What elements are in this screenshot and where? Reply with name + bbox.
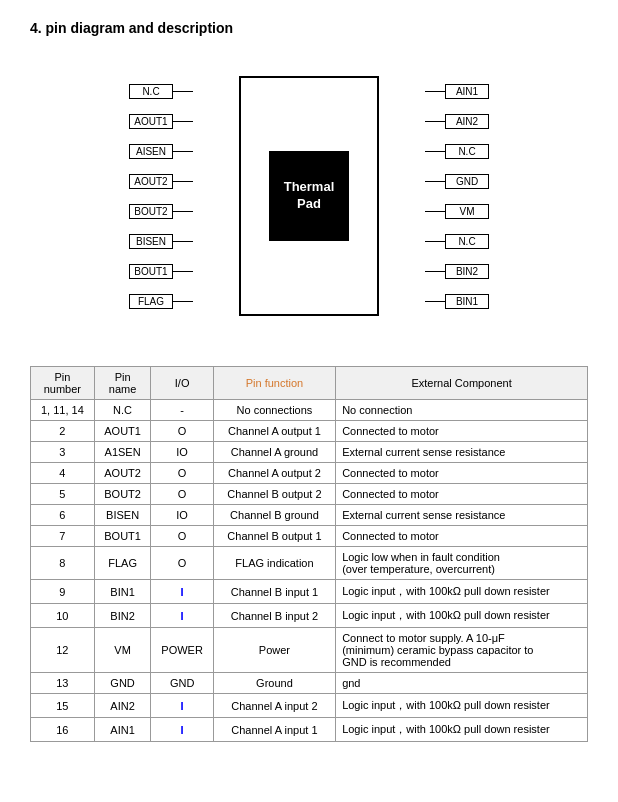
cell-function: Channel A input 2 [213,694,335,718]
cell-io: IO [151,442,213,463]
cell-io: O [151,463,213,484]
cell-external: External current sense resistance [336,505,588,526]
cell-pin-name: N.C [94,400,151,421]
section-title: 4. pin diagram and description [30,20,588,36]
cell-external: Connected to motor [336,526,588,547]
cell-pin-name: VM [94,628,151,673]
cell-pin-number: 15 [31,694,95,718]
cell-pin-name: BIN2 [94,604,151,628]
cell-io: I [151,694,213,718]
left-pins: N.C AOUT1 AISEN AOUT2 BOUT2 BISEN [129,76,193,316]
table-row: 16 AIN1 I Channel A input 1 Logic input，… [31,718,588,742]
cell-pin-number: 3 [31,442,95,463]
cell-external: gnd [336,673,588,694]
pin-bin2: BIN2 [425,256,489,286]
col-header-pin-number: Pinnumber [31,367,95,400]
cell-pin-number: 4 [31,463,95,484]
table-header-row: Pinnumber Pinname I/O Pin function Exter… [31,367,588,400]
table-row: 6 BISEN IO Channel B ground External cur… [31,505,588,526]
cell-io: O [151,526,213,547]
cell-external: Logic input，with 100kΩ pull down resiste… [336,604,588,628]
col-header-external: External Component [336,367,588,400]
cell-io: I [151,604,213,628]
cell-pin-number: 6 [31,505,95,526]
pin-nc-r2: N.C [425,226,489,256]
cell-io: I [151,718,213,742]
cell-io: - [151,400,213,421]
cell-function: FLAG indication [213,547,335,580]
pin-bin1: BIN1 [425,286,489,316]
cell-pin-name: BIN1 [94,580,151,604]
cell-pin-name: A1SEN [94,442,151,463]
thermal-pad: ThermalPad [269,151,349,241]
table-row: 4 AOUT2 O Channel A output 2 Connected t… [31,463,588,484]
right-pins: AIN1 AIN2 N.C GND VM N.C [425,76,489,316]
pin-aout2: AOUT2 [129,166,193,196]
cell-pin-number: 16 [31,718,95,742]
cell-function: Channel B input 2 [213,604,335,628]
pin-ain2: AIN2 [425,106,489,136]
cell-pin-number: 2 [31,421,95,442]
col-header-pin-name: Pinname [94,367,151,400]
cell-pin-number: 12 [31,628,95,673]
cell-pin-name: AOUT2 [94,463,151,484]
cell-function: Channel A output 1 [213,421,335,442]
cell-pin-number: 7 [31,526,95,547]
table-row: 5 BOUT2 O Channel B output 2 Connected t… [31,484,588,505]
table-row: 9 BIN1 I Channel B input 1 Logic input，w… [31,580,588,604]
cell-io: POWER [151,628,213,673]
cell-pin-name: AOUT1 [94,421,151,442]
cell-io: IO [151,505,213,526]
table-row: 10 BIN2 I Channel B input 2 Logic input，… [31,604,588,628]
table-row: 2 AOUT1 O Channel A output 1 Connected t… [31,421,588,442]
cell-io: O [151,547,213,580]
pin-bout2: BOUT2 [129,196,193,226]
pin-gnd: GND [425,166,489,196]
cell-function: Channel B output 2 [213,484,335,505]
cell-external: Logic low when in fault condition(over t… [336,547,588,580]
cell-pin-name: AIN1 [94,718,151,742]
cell-pin-name: FLAG [94,547,151,580]
col-header-io: I/O [151,367,213,400]
table-row: 3 A1SEN IO Channel A ground External cur… [31,442,588,463]
pin-ain1: AIN1 [425,76,489,106]
cell-pin-number: 5 [31,484,95,505]
cell-external: Connected to motor [336,463,588,484]
cell-io: I [151,580,213,604]
pin-vm: VM [425,196,489,226]
cell-function: Channel B input 1 [213,580,335,604]
table-row: 12 VM POWER Power Connect to motor suppl… [31,628,588,673]
pin-bout1: BOUT1 [129,256,193,286]
table-row: 7 BOUT1 O Channel B output 1 Connected t… [31,526,588,547]
cell-external: Logic input，with 100kΩ pull down resiste… [336,718,588,742]
pin-nc-r: N.C [425,136,489,166]
cell-io: O [151,421,213,442]
table-row: 15 AIN2 I Channel A input 2 Logic input，… [31,694,588,718]
pin-aisen: AISEN [129,136,193,166]
cell-external: No connection [336,400,588,421]
cell-external: External current sense resistance [336,442,588,463]
pin-nc: N.C [129,76,193,106]
pin-flag: FLAG [129,286,193,316]
cell-external: Connect to motor supply. A 10-μF(minimum… [336,628,588,673]
cell-external: Connected to motor [336,421,588,442]
cell-external: Logic input，with 100kΩ pull down resiste… [336,580,588,604]
cell-function: Channel A input 1 [213,718,335,742]
pin-aout1: AOUT1 [129,106,193,136]
cell-function: Channel A output 2 [213,463,335,484]
cell-pin-number: 8 [31,547,95,580]
cell-pin-name: AIN2 [94,694,151,718]
table-row: 1, 11, 14 N.C - No connections No connec… [31,400,588,421]
cell-external: Logic input，with 100kΩ pull down resiste… [336,694,588,718]
pin-table: Pinnumber Pinname I/O Pin function Exter… [30,366,588,742]
cell-pin-number: 1, 11, 14 [31,400,95,421]
table-row: 8 FLAG O FLAG indication Logic low when … [31,547,588,580]
chip-body: ThermalPad [239,76,379,316]
cell-io: O [151,484,213,505]
cell-function: Power [213,628,335,673]
cell-pin-name: BOUT1 [94,526,151,547]
cell-io: GND [151,673,213,694]
cell-function: No connections [213,400,335,421]
cell-pin-number: 9 [31,580,95,604]
cell-pin-name: GND [94,673,151,694]
